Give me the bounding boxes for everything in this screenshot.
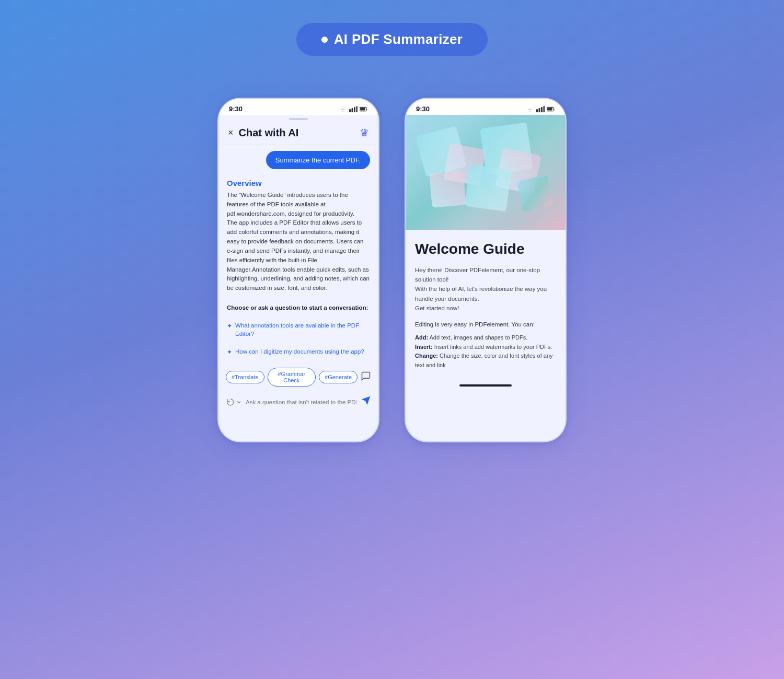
sparkle-icon-1: ✦ <box>227 322 232 331</box>
home-indicator-right <box>459 384 512 387</box>
conversation-prompt: Choose or ask a question to start a conv… <box>227 303 370 312</box>
input-left-icon[interactable] <box>226 397 241 407</box>
left-status-icons <box>339 106 368 112</box>
pdf-text-content: Welcome Guide Hey there! Discover PDFele… <box>406 230 566 380</box>
pdf-list-item-1: Add: Add text, images and shapes to PDFs… <box>415 333 556 343</box>
tag-row: #Translate #Grammar Check #Generate <box>218 363 378 391</box>
pdf-list-item-3: Change: Change the size, color and font … <box>415 352 556 370</box>
svg-rect-9 <box>544 106 545 112</box>
chevron-down-icon <box>236 400 241 405</box>
pdf-add-text: Add text, images and shapes to PDFs. <box>430 334 528 341</box>
svg-rect-8 <box>541 107 543 112</box>
message-icon-btn[interactable] <box>361 371 371 384</box>
input-row <box>218 391 378 416</box>
pdf-insert-label: Insert: <box>415 344 433 350</box>
summarize-button[interactable]: Summarize the current PDF. <box>266 151 370 169</box>
chat-body: Summarize the current PDF. Overview The … <box>218 145 378 363</box>
battery-icon-right <box>547 106 555 112</box>
header-pill: AI PDF Summarizer <box>296 23 488 56</box>
header-dot <box>321 37 328 43</box>
wifi-icon-right <box>526 106 534 112</box>
svg-rect-7 <box>539 108 540 112</box>
overview-section: Overview The “Welcome Guide” introduces … <box>227 177 370 293</box>
glass-blocks <box>406 115 566 230</box>
pdf-add-label: Add: <box>415 334 428 341</box>
left-phone-content: × Chat with AI ♛ Summarize the current P… <box>218 120 378 416</box>
right-phone: 9:30 <box>405 98 567 442</box>
glass-blocks-svg <box>406 115 566 230</box>
overview-title: Overview <box>227 179 370 188</box>
phones-container: 9:30 <box>217 98 567 442</box>
suggestion-2-text: How can I digitize my documents using th… <box>235 347 364 356</box>
chat-header-left: × Chat with AI <box>228 127 298 139</box>
app-title: AI PDF Summarizer <box>334 31 463 48</box>
chat-title: Chat with AI <box>239 127 299 139</box>
svg-rect-3 <box>356 106 358 112</box>
battery-icon <box>360 106 368 112</box>
refresh-icon <box>226 397 235 407</box>
tag-translate[interactable]: #Translate <box>226 371 264 383</box>
pdf-list-item-2: Insert: Insert links and add watermarks … <box>415 343 556 352</box>
pdf-change-label: Change: <box>415 353 438 359</box>
right-status-icons <box>526 106 555 112</box>
left-status-bar: 9:30 <box>218 99 378 115</box>
svg-rect-2 <box>354 107 355 112</box>
chat-input[interactable] <box>246 399 356 405</box>
svg-rect-11 <box>547 108 552 110</box>
tag-grammar[interactable]: #Grammar Check <box>268 368 316 387</box>
svg-rect-0 <box>349 109 351 112</box>
svg-rect-1 <box>352 108 353 112</box>
right-status-bar: 9:30 <box>406 99 566 115</box>
suggestion-1-text: What annotation tools are available in t… <box>235 321 370 338</box>
wifi-icon <box>339 106 347 112</box>
pdf-main-title: Welcome Guide <box>415 240 556 258</box>
suggestion-1[interactable]: ✦ What annotation tools are available in… <box>227 321 370 338</box>
pdf-hero-image <box>406 115 566 230</box>
close-icon[interactable]: × <box>228 127 234 138</box>
signal-icon <box>349 106 358 112</box>
chat-header: × Chat with AI ♛ <box>218 120 378 145</box>
pdf-section-title: Editing is very easy in PDFelement. You … <box>415 320 556 329</box>
left-phone: 9:30 <box>217 98 379 442</box>
right-time: 9:30 <box>416 105 430 113</box>
signal-icon-right <box>536 106 545 112</box>
send-icon[interactable] <box>361 395 371 408</box>
suggestion-2[interactable]: ✦ How can I digitize my documents using … <box>227 347 370 357</box>
tag-generate[interactable]: #Generate <box>319 371 358 383</box>
pdf-intro: Hey there! Discover PDFelement, our one-… <box>415 265 556 313</box>
right-phone-content: Welcome Guide Hey there! Discover PDFele… <box>406 115 566 380</box>
left-time: 9:30 <box>229 105 243 113</box>
overview-text: The “Welcome Guide” introduces users to … <box>227 191 370 293</box>
sparkle-icon-2: ✦ <box>227 348 232 357</box>
crown-icon[interactable]: ♛ <box>360 126 369 139</box>
pdf-insert-text: Insert links and add watermarks to your … <box>434 344 552 350</box>
svg-rect-20 <box>406 115 566 230</box>
svg-rect-5 <box>360 108 365 110</box>
svg-rect-6 <box>536 109 538 112</box>
